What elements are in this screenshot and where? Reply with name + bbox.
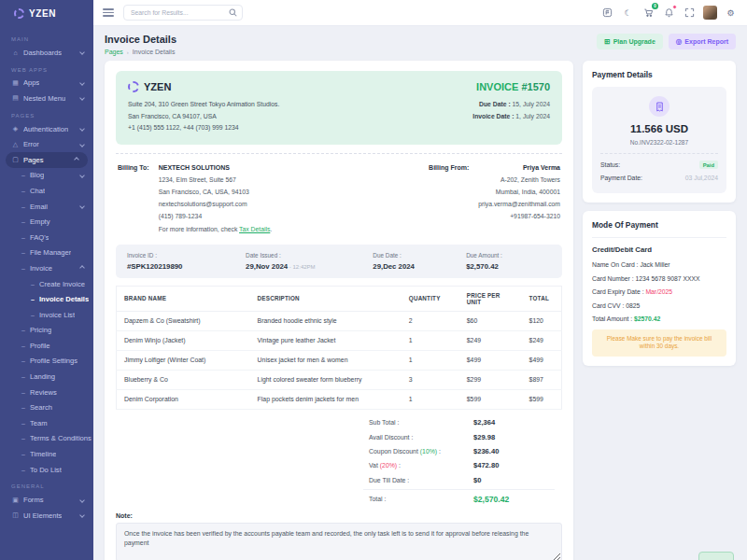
dash-icon: –	[21, 420, 26, 427]
cart-icon[interactable]: 0	[641, 6, 655, 20]
mode-of-payment-title: Mode Of Payment	[592, 220, 726, 230]
chevron-down-icon	[79, 96, 85, 102]
table-cell: Blueberry & Co	[117, 370, 250, 389]
sidebar-item-chat[interactable]: –Chat	[0, 183, 93, 199]
export-report-button[interactable]: ◎ Export Report	[669, 34, 736, 49]
sidebar-item-faq-s[interactable]: –FAQ's	[0, 230, 93, 245]
topbar-icons: ☾ 0 ⚙	[600, 6, 738, 20]
sidebar-item-profile[interactable]: –Profile	[0, 338, 93, 354]
sidebar-item-invoice[interactable]: –Invoice	[0, 260, 93, 276]
sidebar-item-create-invoice[interactable]: –Create Invoice	[0, 276, 93, 292]
sidebar-item-ui-elements[interactable]: ◫UI Elements	[0, 508, 93, 524]
avatar[interactable]	[703, 6, 717, 20]
payment-warning: Please Make sure to pay the invoice bill…	[592, 329, 726, 357]
sidebar-item-dashboards[interactable]: ⌂Dashboards	[0, 45, 93, 61]
card-field-label: Name On Card :	[592, 261, 640, 268]
sidebar-item-label: Invoice List	[39, 311, 75, 319]
meta-value: 29,Nov 2024 - 12:42PM	[246, 262, 373, 271]
dash-icon: –	[30, 296, 35, 302]
sidebar-item-label: Landing	[30, 372, 55, 381]
menu-toggle-icon[interactable]	[103, 8, 114, 17]
sidebar-item-authentication[interactable]: ◈Authentication	[0, 121, 93, 137]
dash-icon: –	[21, 389, 26, 396]
sidebar-item-to-do-list[interactable]: –To Do List	[0, 462, 93, 478]
payment-amount: 11.566 USD	[600, 123, 718, 134]
sidebar-item-label: Nested Menu	[23, 94, 65, 103]
right-panel: Payment Details 11.566 USD No.INV2322-02…	[583, 61, 736, 366]
table-cell: $299	[459, 370, 522, 389]
sidebar-item-pages[interactable]: ▢Pages	[6, 152, 88, 168]
cart-badge: 0	[652, 3, 658, 9]
card-field-card-expiry-date: Card Expiry Date : Mar/2025	[592, 288, 726, 295]
sidebar-item-landing[interactable]: –Landing	[0, 369, 93, 385]
sidebar-item-search[interactable]: –Search	[0, 399, 93, 415]
sidebar-item-reviews[interactable]: –Reviews	[0, 385, 93, 400]
layers-icon: ▤	[11, 94, 20, 102]
invoice-due-date: Due Date : 15, July 2024	[472, 99, 550, 111]
table-cell: 1	[402, 389, 459, 409]
dash-icon: –	[21, 435, 26, 441]
table-cell: 1	[402, 330, 459, 350]
fullscreen-icon[interactable]	[683, 6, 697, 20]
sidebar-item-terms-conditions[interactable]: –Terms & Conditions	[0, 431, 93, 447]
meta-value: 29,Dec 2024	[373, 262, 466, 271]
invoice-meta-item: Due Date :29,Dec 2024	[373, 252, 466, 271]
totals-value: $2,364	[473, 418, 549, 427]
table-cell: Vintage pure leather Jacket	[250, 330, 402, 350]
sidebar-item-profile-settings[interactable]: –Profile Settings	[0, 354, 93, 370]
invoice-number-label: INVOICE	[476, 81, 518, 92]
export-report-label: Export Report	[684, 38, 728, 45]
billing-section: Billing To: NEXTECH SOLUTIONS 1234, Elm …	[116, 162, 562, 237]
sidebar-item-error[interactable]: △Error	[0, 136, 93, 152]
sidebar-item-file-manager[interactable]: –File Manager	[0, 245, 93, 261]
dash-icon: –	[21, 265, 26, 272]
sidebar-item-apps[interactable]: ▦Apps	[0, 76, 93, 91]
table-row: Dapzem & Co (Sweatshirt)Branded hoodie e…	[117, 311, 562, 330]
totals-value: $236.40	[473, 447, 549, 455]
search-box	[123, 5, 243, 21]
sidebar-item-nested-menu[interactable]: ▤Nested Menu	[0, 91, 93, 106]
tax-details-link[interactable]: Tax Details	[239, 226, 270, 232]
search-input[interactable]	[123, 5, 243, 21]
file-icon: ▢	[11, 156, 20, 163]
app-logo[interactable]: YZEN	[0, 0, 93, 26]
sidebar-item-label: File Manager	[30, 248, 71, 257]
sidebar-item-team[interactable]: –Team	[0, 415, 93, 431]
sidebar-item-invoice-details[interactable]: –Invoice Details	[0, 291, 93, 307]
gear-icon[interactable]: ⚙	[724, 6, 738, 20]
sidebar-item-forms[interactable]: ▣Forms	[0, 492, 93, 508]
table-cell: Jimmy Lolfiger (Winter Coat)	[117, 350, 250, 370]
dark-mode-icon[interactable]: ☾	[621, 6, 635, 20]
breadcrumb-separator-icon: ›	[127, 49, 129, 55]
bell-icon[interactable]	[662, 6, 676, 20]
totals-row: Vat (20%) :$472.80	[363, 458, 555, 472]
note-textarea[interactable]: Once the invoice has been verified by th…	[116, 523, 562, 560]
meta-label: Invoice ID :	[127, 252, 246, 259]
sidebar-item-label: Empty	[30, 217, 50, 226]
card-field-label: Card CVV :	[592, 302, 626, 309]
company-name: YZEN	[144, 81, 171, 92]
plan-upgrade-button[interactable]: ⊞ Plan Upgrade	[597, 34, 662, 49]
sidebar-item-blog[interactable]: –Blog	[0, 168, 93, 184]
table-cell: Denim Winjo (Jacket)	[117, 330, 250, 350]
chevron-down-icon	[79, 80, 85, 86]
breadcrumb-current: Invoice Details	[133, 49, 176, 55]
sidebar-item-empty[interactable]: –Empty	[0, 214, 93, 230]
invoice-number-value: #1570	[521, 81, 550, 92]
billing-from-label: Billing From:	[429, 164, 469, 235]
card-field-card-cvv: Card CVV : 0825	[592, 302, 726, 309]
sidebar-item-timeline[interactable]: –Timeline	[0, 446, 93, 462]
billing-to-lines: 1234, Elm Street, Suite 567San Francisco…	[159, 174, 273, 223]
buy-now-button[interactable]	[698, 552, 734, 560]
alert-icon: △	[11, 141, 20, 148]
chevron-down-icon	[79, 497, 85, 503]
totals-value: $0	[473, 476, 549, 484]
payment-date-value: 03 Jul,2024	[685, 175, 718, 181]
sidebar-item-pricing[interactable]: –Pricing	[0, 323, 93, 339]
invoice-card: YZEN Suite 204, 310 Green Street Tokyo A…	[105, 61, 573, 560]
breadcrumb-pages[interactable]: Pages	[105, 49, 123, 55]
sidebar-item-email[interactable]: –Email	[0, 199, 93, 215]
language-icon[interactable]	[600, 6, 614, 20]
sidebar-item-invoice-list[interactable]: –Invoice List	[0, 307, 93, 323]
note-label: Note:	[116, 512, 562, 519]
